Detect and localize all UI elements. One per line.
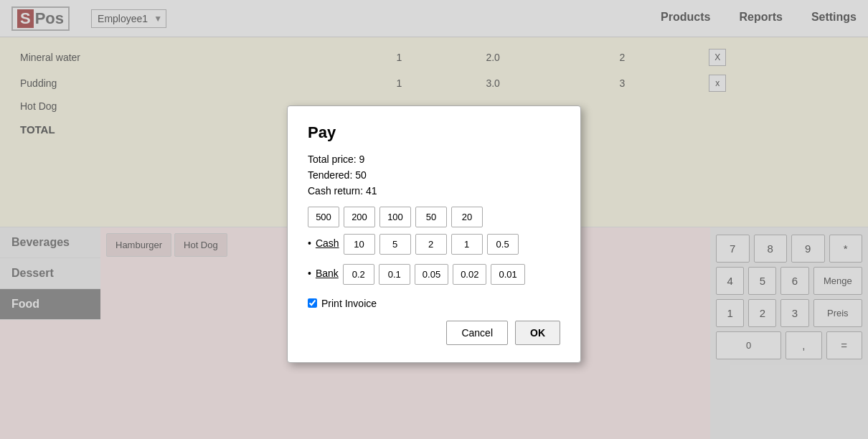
cash-link[interactable]: Cash xyxy=(316,237,339,249)
denom-200[interactable]: 200 xyxy=(344,207,375,227)
denom-row-1: 500 200 100 50 20 xyxy=(308,207,560,227)
total-price-info: Total price: 9 xyxy=(308,154,560,165)
payment-bank-row: • Bank 0.2 0.1 0.05 0.02 0.01 xyxy=(308,262,560,288)
denom-0-05[interactable]: 0.05 xyxy=(415,264,448,285)
app: SPos Employee1 Products Reports Settings… xyxy=(0,0,868,439)
print-invoice-row: Print Invoice xyxy=(308,298,560,309)
denom-2[interactable]: 2 xyxy=(415,234,447,255)
denom-50[interactable]: 50 xyxy=(415,207,447,227)
bank-link[interactable]: Bank xyxy=(316,268,339,279)
cancel-button[interactable]: Cancel xyxy=(446,321,508,345)
denom-0-1[interactable]: 0.1 xyxy=(379,264,410,285)
denom-1[interactable]: 1 xyxy=(451,234,483,255)
denomination-grid: 500 200 100 50 20 • Cash 10 5 2 xyxy=(308,207,560,288)
ok-button[interactable]: OK xyxy=(515,321,560,345)
denom-0-5[interactable]: 0.5 xyxy=(487,234,519,255)
print-invoice-label: Print Invoice xyxy=(321,298,377,309)
payment-bank: • Bank xyxy=(308,268,339,282)
denom-20[interactable]: 20 xyxy=(451,207,483,227)
denom-0-01[interactable]: 0.01 xyxy=(491,264,524,285)
denom-100[interactable]: 100 xyxy=(379,207,411,227)
tendered-info: Tendered: 50 xyxy=(308,169,560,181)
denom-5[interactable]: 5 xyxy=(379,234,411,255)
denom-0-02[interactable]: 0.02 xyxy=(453,264,486,285)
bullet-bank: • xyxy=(308,268,311,279)
pay-modal: Pay Total price: 9 Tendered: 50 Cash ret… xyxy=(287,105,581,363)
bullet-cash: • xyxy=(308,237,311,249)
denom-10[interactable]: 10 xyxy=(344,234,375,255)
cash-return-info: Cash return: 41 xyxy=(308,185,560,197)
payment-cash: • Cash xyxy=(308,237,339,252)
denom-0-2[interactable]: 0.2 xyxy=(343,264,374,285)
modal-overlay: Pay Total price: 9 Tendered: 50 Cash ret… xyxy=(0,0,868,439)
modal-actions: Cancel OK xyxy=(308,321,560,345)
print-invoice-checkbox[interactable] xyxy=(308,298,317,308)
modal-title: Pay xyxy=(308,123,560,142)
payment-cash-row: • Cash 10 5 2 1 0.5 xyxy=(308,232,560,258)
denom-500[interactable]: 500 xyxy=(308,207,339,227)
